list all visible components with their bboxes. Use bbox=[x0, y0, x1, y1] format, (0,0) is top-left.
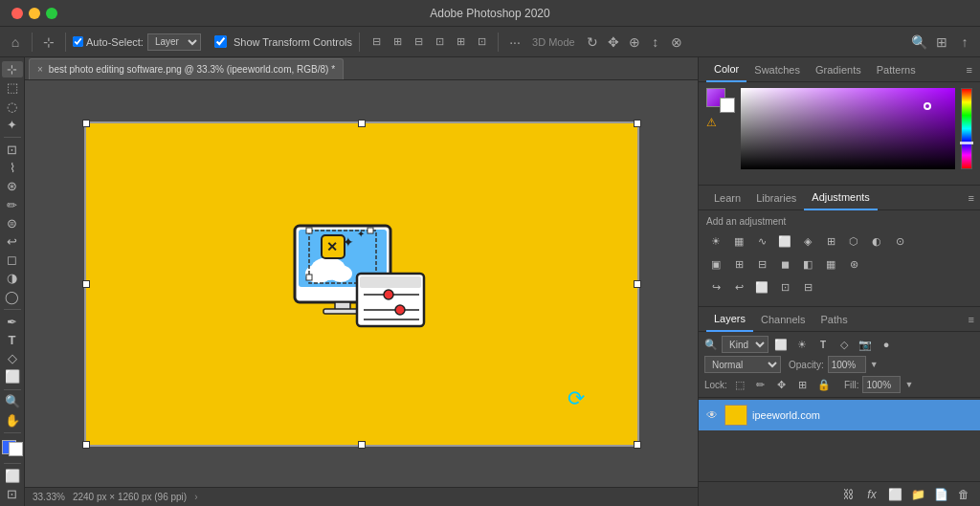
search-icon[interactable]: 🔍 bbox=[909, 33, 928, 52]
tab-swatches[interactable]: Swatches bbox=[746, 57, 808, 82]
threshold-adj[interactable]: ◧ bbox=[798, 254, 817, 274]
auto-select-control[interactable]: Auto-Select: bbox=[73, 36, 144, 48]
colorbal-adj[interactable]: ⬡ bbox=[844, 231, 863, 251]
photofilter-adj[interactable]: ⊙ bbox=[890, 231, 909, 251]
more-options-icon[interactable]: ··· bbox=[505, 33, 524, 52]
bg-color-swatch[interactable] bbox=[720, 98, 735, 113]
layer-visibility[interactable]: 👁 bbox=[704, 407, 720, 423]
handle-bot-mid[interactable] bbox=[358, 441, 366, 449]
spot-heal-tool[interactable]: ⊛ bbox=[2, 178, 23, 194]
handle-top-mid[interactable] bbox=[358, 120, 366, 127]
lock-position-icon[interactable]: ✥ bbox=[773, 376, 791, 393]
color-picker-area[interactable] bbox=[741, 88, 972, 179]
adj-panel-menu-icon[interactable]: ≡ bbox=[969, 192, 974, 204]
path-tool[interactable]: ◇ bbox=[2, 350, 23, 366]
3d-slide-icon[interactable]: ↕ bbox=[646, 33, 665, 52]
show-transform-checkbox[interactable] bbox=[214, 35, 227, 48]
new-layer-icon[interactable]: 📄 bbox=[932, 486, 949, 503]
adj-r1[interactable]: ↪ bbox=[706, 277, 725, 297]
3d-scale-icon[interactable]: ⊕ bbox=[625, 33, 644, 52]
selectcolor-adj[interactable]: ⊛ bbox=[844, 254, 863, 274]
3d-pan-icon[interactable]: ✥ bbox=[604, 33, 623, 52]
pen-tool[interactable]: ✒ bbox=[2, 314, 23, 330]
3d-rotate-icon[interactable]: ↻ bbox=[583, 33, 602, 52]
screen-mode-tool[interactable]: ⊡ bbox=[2, 486, 23, 502]
kind-select[interactable]: Kind bbox=[722, 336, 768, 353]
align-middle-icon[interactable]: ⊞ bbox=[451, 33, 470, 52]
background-color[interactable] bbox=[9, 442, 23, 456]
adj-r3[interactable]: ⬜ bbox=[752, 277, 771, 297]
adj-r2[interactable]: ↩ bbox=[729, 277, 748, 297]
filter-toggle-icon[interactable]: ● bbox=[878, 336, 895, 353]
levels-adj[interactable]: ▦ bbox=[729, 231, 748, 251]
align-left-icon[interactable]: ⊟ bbox=[367, 33, 386, 52]
bw-adj[interactable]: ◐ bbox=[867, 231, 886, 251]
filter-pixel-icon[interactable]: ⬜ bbox=[772, 336, 790, 353]
handle-mid-right[interactable] bbox=[634, 280, 641, 288]
tab-close-btn[interactable]: × bbox=[37, 64, 43, 75]
colorlookup-adj[interactable]: ⊞ bbox=[729, 254, 748, 274]
window-controls[interactable] bbox=[11, 8, 57, 19]
handle-top-right[interactable] bbox=[634, 120, 641, 127]
brightness-adj[interactable]: ☀ bbox=[706, 231, 725, 251]
lock-image-icon[interactable]: ✏ bbox=[752, 376, 769, 393]
hand-tool[interactable]: ✋ bbox=[2, 412, 23, 429]
move-tool[interactable]: ⊹ bbox=[2, 61, 23, 77]
add-mask-icon[interactable]: ⬜ bbox=[886, 486, 903, 503]
brush-tool[interactable]: ✏ bbox=[2, 196, 23, 212]
color-spectrum[interactable] bbox=[741, 88, 955, 169]
tab-layers[interactable]: Layers bbox=[706, 307, 753, 332]
document-tab[interactable]: × best photo editing software.png @ 33.3… bbox=[29, 58, 344, 79]
3d-roll-icon[interactable]: ⊗ bbox=[667, 33, 686, 52]
gradient-map-adj[interactable]: ▦ bbox=[821, 254, 840, 274]
invert-adj[interactable]: ⊟ bbox=[752, 254, 771, 274]
color-swatch-group[interactable] bbox=[706, 88, 735, 113]
fill-arrow[interactable]: ▼ bbox=[904, 380, 913, 389]
handle-bot-right[interactable] bbox=[634, 441, 641, 449]
history-brush-tool[interactable]: ↩ bbox=[2, 233, 23, 250]
hsl-adj[interactable]: ⊞ bbox=[821, 231, 840, 251]
chanmix-adj[interactable]: ▣ bbox=[706, 254, 725, 274]
layer-fx-icon[interactable]: fx bbox=[863, 486, 880, 503]
home-icon[interactable]: ⌂ bbox=[6, 33, 25, 52]
view-icon[interactable]: ⊞ bbox=[932, 33, 951, 52]
tab-paths[interactable]: Paths bbox=[813, 307, 856, 332]
share-icon[interactable]: ↑ bbox=[955, 33, 974, 52]
lock-artboard-icon[interactable]: ⊞ bbox=[794, 376, 812, 393]
close-button[interactable] bbox=[11, 8, 23, 19]
filter-adj-icon[interactable]: ☀ bbox=[793, 336, 811, 353]
color-picker-dot[interactable] bbox=[924, 102, 931, 110]
selection-tool[interactable]: ⬚ bbox=[2, 79, 23, 96]
minimize-button[interactable] bbox=[29, 8, 40, 19]
maximize-button[interactable] bbox=[46, 8, 57, 19]
gradient-tool[interactable]: ◑ bbox=[2, 270, 23, 286]
clone-tool[interactable]: ⊜ bbox=[2, 215, 23, 231]
tab-adjustments[interactable]: Adjustments bbox=[804, 186, 878, 210]
quick-mask-tool[interactable]: ⬜ bbox=[2, 468, 23, 484]
handle-mid-left[interactable] bbox=[82, 280, 90, 288]
adj-r4[interactable]: ⊡ bbox=[775, 277, 794, 297]
tab-gradients[interactable]: Gradients bbox=[808, 57, 869, 82]
transform-handle[interactable]: ⟳ bbox=[568, 386, 585, 411]
filter-shape-icon[interactable]: ◇ bbox=[835, 336, 853, 353]
dodge-tool[interactable]: ◯ bbox=[2, 289, 23, 305]
text-tool[interactable]: T bbox=[2, 332, 23, 348]
posterize-adj[interactable]: ◼ bbox=[775, 254, 794, 274]
eyedropper-tool[interactable]: ⌇ bbox=[2, 160, 23, 176]
align-right-icon[interactable]: ⊟ bbox=[409, 33, 428, 52]
lasso-tool[interactable]: ◌ bbox=[2, 98, 23, 114]
crop-tool[interactable]: ⊡ bbox=[2, 142, 23, 158]
filter-text-icon[interactable]: T bbox=[814, 336, 832, 353]
curves-adj[interactable]: ∿ bbox=[752, 231, 771, 251]
fill-input[interactable] bbox=[862, 376, 901, 393]
align-bottom-icon[interactable]: ⊡ bbox=[472, 33, 491, 52]
new-group-icon[interactable]: 📁 bbox=[909, 486, 926, 503]
hue-slider[interactable] bbox=[961, 88, 972, 169]
layer-select[interactable]: Layer Group bbox=[147, 33, 201, 51]
tab-channels[interactable]: Channels bbox=[753, 307, 813, 332]
blend-mode-select[interactable]: Normal Multiply Screen bbox=[704, 356, 781, 373]
canvas-area[interactable]: ✦ ✦ ✕ bbox=[25, 80, 698, 487]
shape-tool[interactable]: ⬜ bbox=[2, 368, 23, 385]
filter-smart-icon[interactable]: 📷 bbox=[857, 336, 874, 353]
eraser-tool[interactable]: ◻ bbox=[2, 252, 23, 268]
